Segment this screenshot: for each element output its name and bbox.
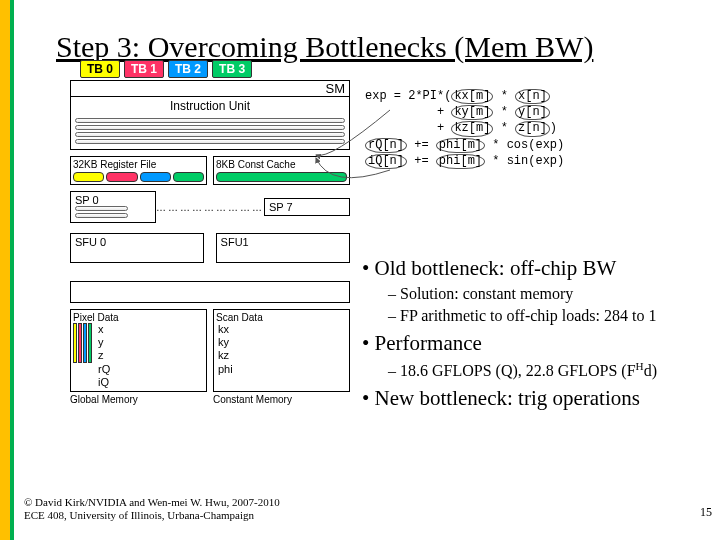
bullet-gflops: 18.6 GFLOPS (Q), 22.8 GFLOPS (FHd) [388,360,702,380]
chip-yellow [73,172,104,182]
sfu-row: SFU 0 SFU1 [70,233,350,263]
copyright: © David Kirk/NVIDIA and Wen-mei W. Hwu, … [24,496,280,522]
scan-data-label: Scan Data [216,312,347,323]
slide-accent [0,0,14,540]
scan-vars: kx ky kz phi [218,323,347,376]
pixel-data-label: Pixel Data [73,312,204,323]
sm-diagram: TB 0 TB 1 TB 2 TB 3 SM Instruction Unit … [70,60,350,405]
tb2-badge: TB 2 [168,60,208,78]
thread-block-row: TB 0 TB 1 TB 2 TB 3 [80,60,350,78]
global-memory-label: Global Memory [70,394,207,405]
memory-labels: Global Memory Constant Memory [70,394,350,405]
constant-memory-label: Constant Memory [213,394,350,405]
sp7-box: SP 7 [264,198,350,216]
chip-green [173,172,204,182]
pixel-data-box: Pixel Data x y z rQ iQ [70,309,207,392]
code-block: exp = 2*PI*(kx[m] * x[n] + ky[m] * y[n] … [365,88,564,169]
bullet-fp-ratio: FP arithmetic to off-chip loads: 284 to … [388,307,702,325]
sp-ellipsis: ……………………… [156,202,264,213]
sp7-label: SP 7 [269,201,293,213]
tb3-badge: TB 3 [212,60,252,78]
bullet-performance: Performance [362,331,702,356]
sfu1-box: SFU1 [216,233,350,263]
sfu0-box: SFU 0 [70,233,204,263]
const-cache-label: 8KB Const Cache [216,159,296,170]
chip-red [106,172,137,182]
accent-green [10,0,14,540]
sm-label: SM [71,81,349,96]
register-file-label: 32KB Register File [73,159,156,170]
chip-const [216,172,347,182]
sp0-box: SP 0 [70,191,156,223]
iu-waves [71,115,349,149]
const-cache-box: 8KB Const Cache [213,156,350,185]
tb0-badge: TB 0 [80,60,120,78]
bullet-new-bottleneck: New bottleneck: trig operations [362,386,702,411]
pixel-vars: x y z rQ iQ [98,323,110,389]
tb1-badge: TB 1 [124,60,164,78]
bullet-old-bottleneck: Old bottleneck: off-chip BW [362,256,702,281]
bullet-list: Old bottleneck: off-chip BW Solution: co… [362,250,702,411]
register-file-box: 32KB Register File [70,156,207,185]
memory-row: Pixel Data x y z rQ iQ Scan Data k [70,309,350,392]
sp0-label: SP 0 [75,194,99,206]
scan-data-box: Scan Data kx ky kz phi [213,309,350,392]
instruction-unit: Instruction Unit [71,96,349,115]
bullet-solution: Solution: constant memory [388,285,702,303]
tex-row [70,281,350,303]
slide-title: Step 3: Overcoming Bottlenecks (Mem BW) [56,30,593,64]
register-row: 32KB Register File 8KB Const Cache [70,156,350,185]
sm-box: SM Instruction Unit [70,80,350,150]
chip-blue [140,172,171,182]
sp-row: SP 0 ……………………… SP 7 [70,191,350,223]
page-number: 15 [700,505,712,520]
